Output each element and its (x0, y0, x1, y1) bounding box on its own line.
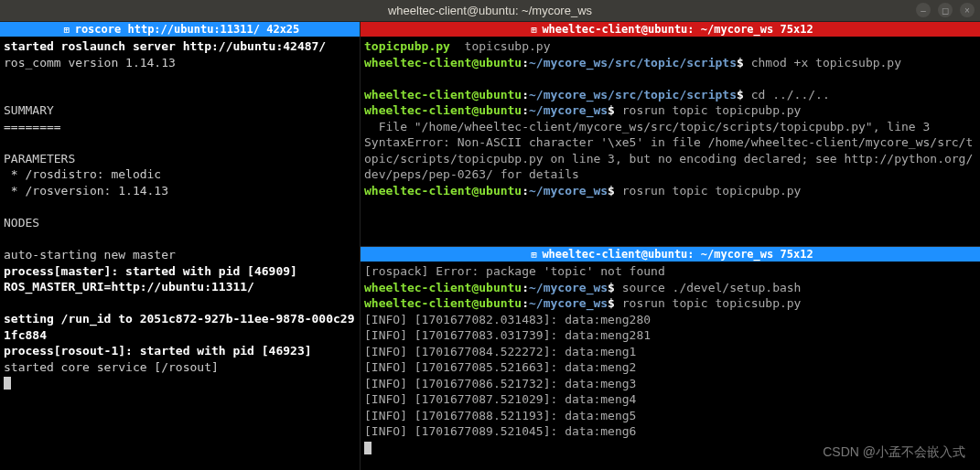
right-bottom-title[interactable]: ⊞ wheeltec-client@ubuntu: ~/mycore_ws 75… (361, 247, 980, 262)
terminal-line: process[rosout-1]: started with pid [469… (4, 343, 356, 359)
terminal-line: File "/home/wheeltec-client/mycore_ws/sr… (364, 119, 976, 135)
terminal-line: * /rosdistro: melodic (4, 166, 356, 183)
terminal-line: ROS_MASTER_URI=http://ubuntu:11311/ (4, 279, 356, 295)
terminator-workspace: ⊞ roscore http://ubuntu:11311/ 42x25 sta… (0, 22, 980, 470)
close-button[interactable]: × (960, 3, 975, 17)
terminal-line: auto-starting new master (4, 247, 356, 263)
terminal-line: process[master]: started with pid [46909… (4, 263, 356, 280)
terminal-line (4, 87, 356, 103)
split-icon: ⊞ (527, 23, 540, 36)
terminal-line: wheeltec-client@ubuntu:~/mycore_ws$ sour… (364, 280, 976, 296)
terminal-line (364, 70, 976, 87)
right-top-pane: ⊞ wheeltec-client@ubuntu: ~/mycore_ws 75… (361, 22, 980, 247)
right-bottom-pane: ⊞ wheeltec-client@ubuntu: ~/mycore_ws 75… (361, 247, 980, 470)
terminal-line: [INFO] [1701677085.521663]: data:meng2 (364, 359, 976, 376)
terminal-line: wheeltec-client@ubuntu:~/mycore_ws$ rosr… (364, 183, 976, 199)
terminal-line: started roslaunch server http://ubuntu:4… (4, 38, 356, 55)
window-title: wheeltec-client@ubuntu: ~/mycore_ws (388, 4, 592, 17)
split-icon: ⊞ (527, 248, 540, 261)
right-column: ⊞ wheeltec-client@ubuntu: ~/mycore_ws 75… (361, 22, 980, 470)
terminal-line: ======== (4, 119, 356, 135)
terminal-line: [INFO] [1701677088.521193]: data:meng5 (364, 408, 976, 424)
left-terminal[interactable]: started roslaunch server http://ubuntu:4… (0, 37, 360, 470)
terminal-line: topicpubp.py topicsubp.py (364, 38, 976, 55)
terminal-line (4, 231, 356, 248)
terminal-line: [INFO] [1701677089.521045]: data:meng6 (364, 423, 976, 440)
terminal-line: [rospack] Error: package 'topic' not fou… (364, 263, 976, 280)
terminal-line: [INFO] [1701677082.031483]: data:meng280 (364, 312, 976, 328)
terminal-line: ros_comm version 1.14.13 (4, 55, 356, 71)
terminal-line (4, 295, 356, 312)
terminal-line: [INFO] [1701677084.522272]: data:meng1 (364, 344, 976, 360)
terminal-line: SUMMARY (4, 102, 356, 119)
right-top-title-text: wheeltec-client@ubuntu: ~/mycore_ws 75x1… (542, 23, 813, 36)
window-titlebar: wheeltec-client@ubuntu: ~/mycore_ws – ◻ … (0, 0, 980, 22)
maximize-button[interactable]: ◻ (938, 3, 953, 17)
terminal-line: [INFO] [1701677083.031739]: data:meng281 (364, 327, 976, 344)
terminal-line (4, 198, 356, 215)
terminal-line: [INFO] [1701677086.521732]: data:meng3 (364, 376, 976, 392)
terminal-line (4, 375, 356, 391)
minimize-button[interactable]: – (916, 3, 931, 17)
left-pane-title[interactable]: ⊞ roscore http://ubuntu:11311/ 42x25 (0, 22, 360, 37)
terminal-line: NODES (4, 215, 356, 231)
left-pane: ⊞ roscore http://ubuntu:11311/ 42x25 sta… (0, 22, 361, 470)
left-pane-title-text: roscore http://ubuntu:11311/ 42x25 (75, 23, 300, 36)
right-bottom-title-text: wheeltec-client@ubuntu: ~/mycore_ws 75x1… (542, 248, 813, 261)
terminal-line (364, 440, 976, 456)
right-top-terminal[interactable]: topicpubp.py topicsubp.pywheeltec-client… (361, 37, 980, 246)
terminal-line: wheeltec-client@ubuntu:~/mycore_ws$ rosr… (364, 102, 976, 119)
window-controls: – ◻ × (916, 3, 975, 17)
terminal-line (4, 134, 356, 151)
terminal-line (4, 70, 356, 87)
split-icon: ⊞ (60, 23, 73, 36)
right-bottom-terminal[interactable]: [rospack] Error: package 'topic' not fou… (361, 262, 980, 470)
terminal-line: PARAMETERS (4, 151, 356, 167)
terminal-line: setting /run_id to 2051c872-927b-11ee-98… (4, 311, 356, 343)
terminal-line: wheeltec-client@ubuntu:~/mycore_ws/src/t… (364, 87, 976, 103)
terminal-line: * /rosversion: 1.14.13 (4, 183, 356, 199)
terminal-line: started core service [/rosout] (4, 359, 356, 376)
terminal-line: [INFO] [1701677087.521029]: data:meng4 (364, 391, 976, 408)
terminal-line: wheeltec-client@ubuntu:~/mycore_ws$ rosr… (364, 295, 976, 312)
right-top-title[interactable]: ⊞ wheeltec-client@ubuntu: ~/mycore_ws 75… (361, 22, 980, 37)
terminal-line: wheeltec-client@ubuntu:~/mycore_ws/src/t… (364, 55, 976, 71)
terminal-line: SyntaxError: Non-ASCII character '\xe5' … (364, 134, 976, 183)
